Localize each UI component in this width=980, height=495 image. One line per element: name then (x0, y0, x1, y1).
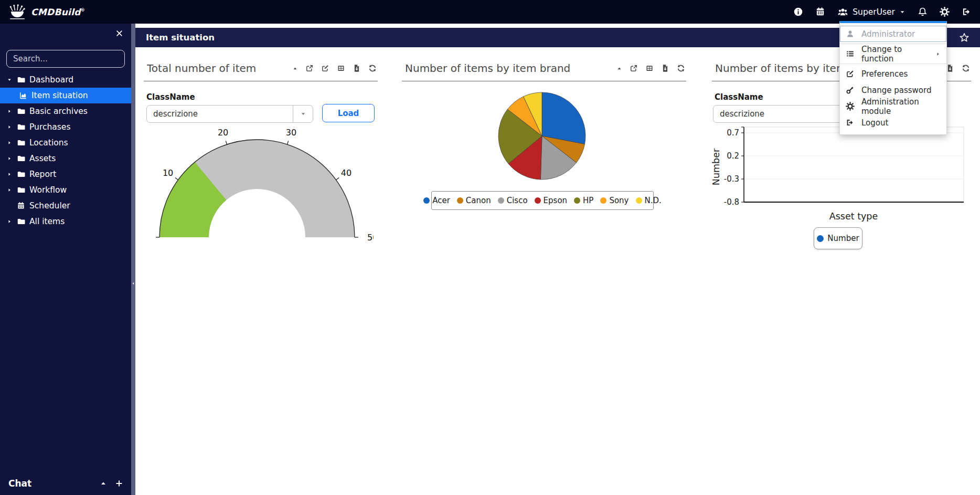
svg-text:30: 30 (286, 129, 296, 138)
list-icon (846, 49, 855, 58)
folder-icon (17, 139, 25, 147)
sidebar-item-scheduler[interactable]: Scheduler (0, 198, 131, 214)
refresh-icon[interactable] (962, 64, 970, 72)
svg-text:-0.8: -0.8 (724, 197, 739, 207)
caret-right-icon[interactable] (6, 140, 13, 145)
caret-right-icon[interactable] (6, 124, 13, 130)
legend-swatch (535, 197, 541, 204)
caret-down-icon[interactable] (293, 106, 313, 122)
legend-swatch (600, 197, 606, 204)
caret-right-icon[interactable] (6, 172, 13, 177)
classname-label: ClassName (715, 92, 763, 102)
chat-label: Chat (8, 478, 31, 489)
widget-title: Number of items by item brand (405, 62, 570, 75)
search-input[interactable] (6, 50, 125, 68)
refresh-icon[interactable] (677, 64, 685, 72)
folder-icon (17, 123, 25, 131)
collapse-icon[interactable] (616, 66, 622, 71)
sidebar-item-dashboard[interactable]: Dashboard (0, 72, 131, 88)
page-title: Item situation (146, 33, 215, 43)
widget-items-by-brand: Number of items by item brand Acer Canon… (402, 62, 686, 235)
sidebar-item-workflow[interactable]: Workflow (0, 182, 131, 198)
collapse-icon[interactable] (292, 66, 298, 71)
classname-label: ClassName (146, 92, 195, 102)
folder-icon (17, 76, 25, 84)
close-icon[interactable] (115, 29, 123, 37)
sidebar-item-report[interactable]: Report (0, 166, 131, 182)
legend-swatch (817, 235, 824, 242)
plus-icon[interactable] (115, 479, 123, 488)
caret-down-icon[interactable] (6, 77, 13, 82)
signout-icon (846, 118, 855, 127)
folder-icon (17, 154, 25, 163)
sidebar-item-item-situation[interactable]: Item situation (0, 88, 131, 103)
menu-item-administration-module[interactable]: Administration module (840, 98, 946, 114)
calendar-icon[interactable] (815, 7, 825, 17)
table-icon[interactable] (645, 64, 654, 72)
caret-down-icon (899, 9, 906, 15)
classname-select[interactable]: descrizione (146, 105, 313, 123)
user-label: SuperUser (853, 7, 895, 17)
legend-swatch (574, 197, 580, 204)
caret-right-icon[interactable] (6, 109, 13, 114)
open-icon[interactable] (630, 64, 638, 72)
folder-icon (17, 186, 25, 194)
pie-chart (497, 91, 587, 181)
app-logo[interactable]: CMDBuild® (8, 4, 85, 20)
gear-icon[interactable] (940, 7, 950, 17)
legend-item[interactable]: Epson (535, 196, 568, 205)
sidebar-item-locations[interactable]: Locations (0, 135, 131, 151)
menu-item-preferences[interactable]: Preferences (840, 66, 946, 82)
export-icon[interactable] (661, 64, 669, 72)
menu-separator (840, 64, 946, 64)
menu-item-change-password[interactable]: Change password (840, 82, 946, 98)
sidebar-resize-handle[interactable] (131, 24, 135, 495)
top-navbar: CMDBuild® SuperUser (0, 0, 980, 24)
star-icon[interactable] (959, 33, 970, 43)
export-icon[interactable] (946, 64, 954, 72)
signout-icon[interactable] (962, 7, 972, 17)
user-menu-button[interactable]: SuperUser (837, 6, 906, 17)
caret-right-icon[interactable] (6, 219, 13, 224)
edit-icon[interactable] (321, 64, 329, 72)
caret-right-icon[interactable] (6, 156, 13, 161)
sidebar-item-all-items[interactable]: All items (0, 214, 131, 229)
widget-total-number-of-item: Total number of item ClassName descrizio… (144, 62, 378, 282)
gear-icon (846, 102, 855, 111)
legend-item[interactable]: Acer (423, 196, 450, 205)
sidebar-item-assets[interactable]: Assets (0, 151, 131, 166)
legend-item[interactable]: Canon (457, 196, 491, 205)
area-chart-icon (19, 91, 27, 100)
edit-icon (846, 69, 855, 78)
chat-panel-header[interactable]: Chat (0, 472, 131, 495)
menu-item-administrator: Administrator (840, 26, 946, 42)
svg-text:40: 40 (341, 168, 351, 178)
legend-item[interactable]: N.D. (636, 196, 662, 205)
folder-icon (17, 170, 25, 178)
legend-item[interactable]: Cisco (498, 196, 528, 205)
user-icon (846, 29, 855, 38)
menu-item-change-to-function[interactable]: Change to function (840, 46, 946, 62)
gauge-chart: 01020304050 (147, 129, 374, 245)
legend-swatch (457, 197, 463, 204)
open-icon[interactable] (305, 64, 314, 72)
table-icon[interactable] (337, 64, 345, 72)
sidebar-item-basic-archives[interactable]: Basic archives (0, 103, 131, 119)
caret-up-icon[interactable] (100, 480, 107, 487)
caret-right-icon[interactable] (6, 187, 13, 193)
bell-icon[interactable] (918, 7, 928, 17)
legend-item[interactable]: HP (574, 196, 593, 205)
folder-icon (17, 217, 25, 226)
bar-legend[interactable]: Number (814, 227, 862, 249)
info-icon[interactable] (793, 7, 803, 17)
collapse-sidebar-icon[interactable] (131, 280, 135, 287)
legend-item[interactable]: Sony (600, 196, 629, 205)
export-icon[interactable] (353, 64, 361, 72)
legend-swatch (636, 197, 642, 204)
refresh-icon[interactable] (368, 64, 377, 72)
calendar-icon (17, 202, 25, 210)
menu-item-logout[interactable]: Logout (840, 114, 946, 131)
divider-line (402, 81, 686, 81)
load-button[interactable]: Load (322, 104, 375, 122)
sidebar-item-purchases[interactable]: Purchases (0, 119, 131, 135)
